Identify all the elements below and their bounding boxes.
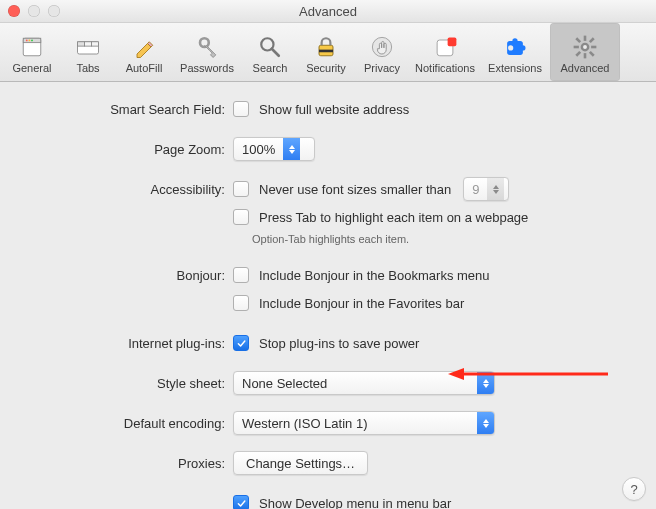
stop-plugins-checkbox[interactable] <box>233 335 249 351</box>
window-title: Advanced <box>0 4 656 19</box>
svg-line-29 <box>590 38 594 42</box>
svg-point-21 <box>508 45 513 50</box>
security-icon <box>312 33 340 61</box>
privacy-icon <box>368 33 396 61</box>
svg-point-19 <box>512 38 517 43</box>
svg-point-4 <box>31 39 33 41</box>
encoding-select[interactable]: Western (ISO Latin 1) <box>233 411 495 435</box>
change-settings-button[interactable]: Change Settings… <box>233 451 368 475</box>
stop-plugins-label: Stop plug-ins to save power <box>255 336 419 351</box>
toolbar-label: Search <box>253 63 288 74</box>
toolbar-label: AutoFill <box>126 63 163 74</box>
toolbar-label: Security <box>306 63 346 74</box>
tab-search[interactable]: Search <box>242 23 298 81</box>
help-icon: ? <box>630 482 637 497</box>
svg-rect-17 <box>448 37 457 46</box>
never-smaller-label: Never use font sizes smaller than <box>255 182 451 197</box>
svg-point-2 <box>26 39 28 41</box>
never-smaller-checkbox[interactable] <box>233 181 249 197</box>
page-zoom-label: Page Zoom: <box>20 142 233 157</box>
tab-security[interactable]: Security <box>298 23 354 81</box>
toolbar-label: Advanced <box>561 63 610 74</box>
min-font-value: 9 <box>464 182 487 197</box>
search-icon <box>256 33 284 61</box>
preferences-window: Advanced General Tabs AutoFill Passwords <box>0 0 656 509</box>
chevron-updown-icon <box>283 138 300 160</box>
tab-privacy[interactable]: Privacy <box>354 23 410 81</box>
svg-rect-6 <box>78 41 85 45</box>
encoding-value: Western (ISO Latin 1) <box>234 416 375 431</box>
bonjour-favorites-label: Include Bonjour in the Favorites bar <box>255 296 464 311</box>
tab-notifications[interactable]: Notifications <box>410 23 480 81</box>
press-tab-hint: Option-Tab highlights each item. <box>252 233 409 246</box>
show-develop-checkbox[interactable] <box>233 495 249 509</box>
chevron-updown-icon <box>487 178 504 200</box>
plugins-label: Internet plug-ins: <box>20 336 233 351</box>
toolbar-label: Extensions <box>488 63 542 74</box>
stylesheet-select[interactable]: None Selected <box>233 371 495 395</box>
autofill-icon <box>130 33 158 61</box>
svg-rect-7 <box>85 41 92 45</box>
stylesheet-label: Style sheet: <box>20 376 233 391</box>
bonjour-label: Bonjour: <box>20 268 233 283</box>
help-button[interactable]: ? <box>622 477 646 501</box>
toolbar-label: Tabs <box>76 63 99 74</box>
page-zoom-select[interactable]: 100% <box>233 137 315 161</box>
svg-point-20 <box>520 45 525 50</box>
smart-search-label: Smart Search Field: <box>20 102 233 117</box>
tab-autofill[interactable]: AutoFill <box>116 23 172 81</box>
show-develop-label: Show Develop menu in menu bar <box>255 496 451 510</box>
general-icon <box>18 33 46 61</box>
min-font-select: 9 <box>463 177 509 201</box>
svg-point-3 <box>29 39 31 41</box>
tab-advanced[interactable]: Advanced <box>550 23 620 81</box>
titlebar: Advanced <box>0 0 656 23</box>
proxies-label: Proxies: <box>20 456 233 471</box>
bonjour-favorites-checkbox[interactable] <box>233 295 249 311</box>
press-tab-label: Press Tab to highlight each item on a we… <box>255 210 528 225</box>
svg-rect-13 <box>319 49 333 52</box>
tab-tabs[interactable]: Tabs <box>60 23 116 81</box>
press-tab-checkbox[interactable] <box>233 209 249 225</box>
tab-extensions[interactable]: Extensions <box>480 23 550 81</box>
passwords-icon <box>193 33 221 61</box>
toolbar-label: Passwords <box>180 63 234 74</box>
svg-line-11 <box>272 48 279 55</box>
toolbar-label: General <box>12 63 51 74</box>
bonjour-bookmarks-checkbox[interactable] <box>233 267 249 283</box>
show-full-address-label: Show full website address <box>255 102 409 117</box>
encoding-label: Default encoding: <box>20 416 233 431</box>
tabs-icon <box>74 33 102 61</box>
form-body: Smart Search Field: Show full website ad… <box>0 82 656 509</box>
svg-rect-8 <box>92 41 99 45</box>
toolbar-label: Privacy <box>364 63 400 74</box>
extensions-icon <box>501 33 529 61</box>
notifications-icon <box>431 33 459 61</box>
svg-point-31 <box>583 45 587 49</box>
preferences-toolbar: General Tabs AutoFill Passwords Search <box>0 23 656 82</box>
change-settings-label: Change Settings… <box>246 456 355 471</box>
show-full-address-checkbox[interactable] <box>233 101 249 117</box>
svg-line-30 <box>576 51 580 55</box>
tab-passwords[interactable]: Passwords <box>172 23 242 81</box>
svg-line-28 <box>590 51 594 55</box>
chevron-updown-icon <box>477 372 494 394</box>
chevron-updown-icon <box>477 412 494 434</box>
advanced-icon <box>571 33 599 61</box>
stylesheet-value: None Selected <box>234 376 335 391</box>
accessibility-label: Accessibility: <box>20 182 233 197</box>
toolbar-label: Notifications <box>415 63 475 74</box>
svg-line-27 <box>576 38 580 42</box>
tab-general[interactable]: General <box>4 23 60 81</box>
page-zoom-value: 100% <box>234 142 283 157</box>
bonjour-bookmarks-label: Include Bonjour in the Bookmarks menu <box>255 268 490 283</box>
